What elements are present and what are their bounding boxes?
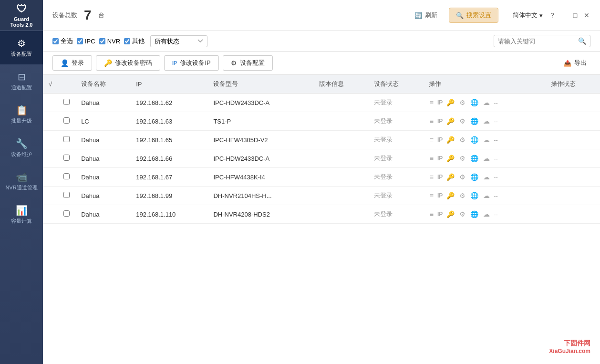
search-icon[interactable]: 🔍: [578, 37, 586, 45]
row-checkbox-col[interactable]: [58, 168, 75, 187]
config-icon[interactable]: ⚙: [458, 191, 466, 200]
row-op-status: --: [494, 136, 498, 144]
row-checkbox-col[interactable]: [58, 205, 75, 224]
browser-icon[interactable]: 🌐: [469, 191, 479, 200]
nvr-checkbox[interactable]: [99, 38, 105, 44]
minimize-button[interactable]: —: [560, 11, 568, 19]
config-icon[interactable]: ⚙: [458, 209, 466, 219]
cloud-icon[interactable]: ☁: [482, 172, 491, 182]
ip-op-icon[interactable]: IP: [437, 211, 443, 218]
row-tick-col: [43, 205, 58, 224]
list-icon[interactable]: ≡: [429, 98, 434, 107]
sidebar-item-channel-config[interactable]: ⊟ 通道配置: [0, 64, 43, 98]
export-button[interactable]: 📤 导出: [560, 56, 590, 70]
close-button[interactable]: ✕: [583, 11, 590, 19]
ip-op-icon[interactable]: IP: [437, 118, 443, 125]
sidebar-item-device-config[interactable]: ⚙ 设备配置: [0, 31, 43, 64]
ipc-checkbox[interactable]: [77, 38, 83, 44]
sidebar-item-device-maintain[interactable]: 🔧 设备维护: [0, 131, 43, 165]
row-name: Dahua: [75, 168, 130, 187]
cloud-icon[interactable]: ☁: [482, 116, 491, 126]
lock-icon[interactable]: 🔑: [445, 172, 455, 182]
status-filter[interactable]: 所有状态 已登录 未登录 离线: [150, 35, 207, 47]
cloud-icon[interactable]: ☁: [482, 98, 491, 107]
device-config-button[interactable]: ⚙ 设备配置: [223, 55, 273, 71]
row-checkbox-col[interactable]: [58, 112, 75, 131]
row-checkbox-2[interactable]: [63, 117, 70, 124]
ip-op-icon[interactable]: IP: [437, 136, 443, 143]
ip-op-icon[interactable]: IP: [437, 155, 443, 162]
table-row: Dahua 192.168.1.66 IPC-HDW2433DC-A 未登录 ≡…: [43, 149, 600, 168]
checkbox-select-all[interactable]: 全选: [52, 37, 73, 45]
list-icon[interactable]: ≡: [429, 209, 434, 219]
list-icon[interactable]: ≡: [429, 191, 434, 200]
row-checkbox-col[interactable]: [58, 187, 75, 205]
sidebar-item-capacity-calc[interactable]: 📊 容量计算: [0, 198, 43, 231]
cloud-icon[interactable]: ☁: [482, 135, 491, 145]
browser-icon[interactable]: 🌐: [469, 209, 479, 219]
config-icon[interactable]: ⚙: [458, 98, 466, 107]
lock-icon[interactable]: 🔑: [445, 154, 455, 163]
ip-op-icon[interactable]: IP: [437, 192, 443, 199]
table-row: Dahua 192.168.1.65 IPC-HFW4305D-V2 未登录 ≡…: [43, 131, 600, 149]
lock-icon[interactable]: 🔑: [445, 135, 455, 145]
browser-icon[interactable]: 🌐: [469, 116, 479, 126]
checkbox-ipc[interactable]: IPC: [77, 38, 95, 45]
table-row: Dahua 192.168.1.62 IPC-HDW2433DC-A 未登录 ≡…: [43, 94, 600, 112]
row-checkbox-col[interactable]: [58, 149, 75, 168]
row-status: 未登录: [368, 149, 423, 168]
sidebar-item-batch-upgrade[interactable]: 📋 批量升级: [0, 98, 43, 131]
lock-icon[interactable]: 🔑: [445, 209, 455, 219]
lock-icon[interactable]: 🔑: [445, 98, 455, 107]
cloud-icon[interactable]: ☁: [482, 154, 491, 163]
search-settings-button[interactable]: 🔍 搜索设置: [449, 8, 498, 23]
settings-icon: ⚙: [231, 59, 237, 67]
help-button[interactable]: ?: [548, 11, 556, 19]
refresh-label: 刷新: [425, 11, 437, 20]
browser-icon[interactable]: 🌐: [469, 98, 479, 107]
row-checkbox-7[interactable]: [63, 210, 70, 217]
ip-op-icon[interactable]: IP: [437, 99, 443, 106]
row-checkbox-6[interactable]: [63, 192, 70, 198]
maximize-button[interactable]: □: [571, 11, 579, 19]
config-icon[interactable]: ⚙: [458, 116, 466, 126]
refresh-button[interactable]: 🔄 刷新: [408, 8, 444, 22]
row-checkbox-3[interactable]: [63, 136, 70, 142]
row-model: DH-NVR4208-HDS2: [207, 205, 313, 224]
browser-icon[interactable]: 🌐: [469, 135, 479, 145]
list-icon[interactable]: ≡: [429, 116, 434, 126]
change-password-button[interactable]: 🔑 修改设备密码: [96, 55, 160, 71]
row-checkbox-col[interactable]: [58, 94, 75, 112]
other-checkbox[interactable]: [124, 38, 130, 44]
login-button[interactable]: 👤 登录: [52, 55, 92, 71]
checkbox-other[interactable]: 其他: [124, 37, 145, 45]
sidebar-item-nvr-channel[interactable]: 📹 NVR通道管理: [0, 165, 43, 198]
header-tick: √: [49, 81, 52, 88]
lock-icon[interactable]: 🔑: [445, 116, 455, 126]
select-all-checkbox[interactable]: [52, 38, 59, 44]
cloud-icon[interactable]: ☁: [482, 209, 491, 219]
change-ip-button[interactable]: IP 修改设备IP: [164, 55, 219, 71]
row-ip: 192.168.1.66: [130, 149, 207, 168]
language-selector[interactable]: 简体中文 ▾: [513, 11, 543, 20]
row-checkbox-4[interactable]: [63, 155, 70, 161]
cloud-icon[interactable]: ☁: [482, 191, 491, 200]
ip-op-icon[interactable]: IP: [437, 174, 443, 180]
row-checkbox-1[interactable]: [63, 99, 70, 105]
browser-icon[interactable]: 🌐: [469, 172, 479, 182]
search-input[interactable]: [498, 38, 578, 45]
row-checkbox-5[interactable]: [63, 173, 70, 179]
list-icon[interactable]: ≡: [429, 135, 434, 145]
config-icon[interactable]: ⚙: [458, 172, 466, 182]
row-ip: 192.168.1.65: [130, 131, 207, 149]
list-icon[interactable]: ≡: [429, 172, 434, 182]
browser-icon[interactable]: 🌐: [469, 154, 479, 163]
checkbox-nvr[interactable]: NVR: [99, 38, 120, 45]
config-icon[interactable]: ⚙: [458, 135, 466, 145]
row-name: LC: [75, 112, 130, 131]
row-version: [313, 112, 368, 131]
config-icon[interactable]: ⚙: [458, 154, 466, 163]
row-checkbox-col[interactable]: [58, 131, 75, 149]
lock-icon[interactable]: 🔑: [445, 191, 455, 200]
list-icon[interactable]: ≡: [429, 154, 434, 163]
